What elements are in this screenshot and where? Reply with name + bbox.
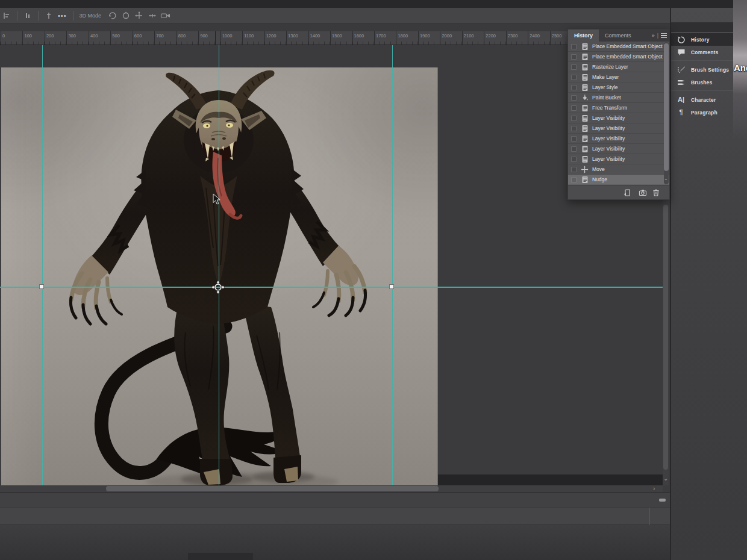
history-brush-checkbox[interactable]	[571, 116, 577, 121]
history-state-row[interactable]: Place Embedded Smart Object	[568, 42, 669, 52]
history-state-row[interactable]: Layer Visibility	[568, 123, 669, 134]
history-scroll-down-icon[interactable]: ⌄	[664, 176, 668, 181]
history-brush-checkbox[interactable]	[571, 157, 577, 162]
history-brush-checkbox[interactable]	[571, 64, 577, 70]
history-panel-tabbar: History Comments » |	[568, 30, 669, 42]
align-left-icon[interactable]	[1, 10, 12, 21]
panel-menu-icon[interactable]	[661, 33, 667, 39]
history-brush-checkbox[interactable]	[571, 105, 577, 111]
video-overlay: And	[733, 0, 747, 138]
orbit-3d-icon[interactable]	[107, 10, 118, 21]
history-brush-checkbox[interactable]	[571, 85, 577, 90]
app-bottom-area	[0, 525, 670, 560]
history-state-label: Layer Visibility	[592, 135, 625, 142]
history-brush-checkbox[interactable]	[571, 54, 577, 60]
history-scrollbar-thumb[interactable]	[664, 43, 669, 171]
horizontal-scrollbar-thumb[interactable]	[106, 486, 439, 491]
history-state-row[interactable]: Make Layer	[568, 72, 669, 82]
history-brush-checkbox[interactable]	[571, 75, 577, 80]
history-state-row[interactable]: Nudge	[568, 175, 669, 185]
history-state-row[interactable]: Layer Visibility	[568, 144, 669, 154]
vertical-guide-right[interactable]	[392, 45, 393, 485]
history-state-label: Layer Visibility	[592, 146, 625, 152]
new-snapshot-camera-icon[interactable]	[639, 188, 647, 197]
options-bar: ••• 3D Mode	[0, 8, 747, 24]
history-state-row[interactable]: Free Transform	[568, 103, 669, 113]
history-state-icon	[581, 63, 589, 71]
history-state-label: Layer Visibility	[592, 156, 625, 162]
history-state-row[interactable]: Paint Bucket	[568, 93, 669, 103]
document-photo[interactable]	[1, 67, 438, 485]
history-state-row[interactable]: Rasterize Layer	[568, 62, 669, 72]
guide-handle-left[interactable]	[39, 284, 44, 289]
paragraph-icon: ¶	[677, 108, 686, 117]
document-edge-strip	[438, 474, 663, 485]
history-state-icon	[581, 114, 589, 122]
separator	[38, 11, 39, 20]
vertical-guide-center[interactable]	[219, 45, 220, 485]
new-document-from-state-icon[interactable]	[623, 188, 631, 197]
slide-3d-icon[interactable]	[147, 10, 158, 21]
history-state-icon	[581, 53, 589, 61]
reference-point-icon[interactable]	[211, 280, 225, 294]
more-options-icon[interactable]: •••	[58, 12, 67, 19]
collapse-panel-icon[interactable]: »	[652, 33, 655, 39]
horizontal-guide[interactable]	[0, 287, 663, 288]
dolly-camera-3d-icon[interactable]	[160, 10, 171, 21]
history-state-row[interactable]: Layer Visibility	[568, 134, 669, 144]
dock-item-label: Comments	[691, 49, 719, 55]
history-state-icon	[581, 125, 589, 132]
3d-mode-label: 3D Mode	[80, 13, 102, 19]
vertical-guide-left[interactable]	[42, 45, 43, 485]
history-state-label: Make Layer	[592, 74, 619, 80]
history-brush-checkbox[interactable]	[571, 44, 577, 49]
tab-history[interactable]: History	[568, 30, 599, 42]
history-state-row[interactable]: Layer Visibility	[568, 113, 669, 123]
krampus-creature-image	[1, 67, 438, 485]
delete-state-trash-icon[interactable]	[652, 188, 660, 197]
history-state-label: Paint Bucket	[592, 95, 621, 101]
history-state-icon	[581, 104, 589, 112]
history-state-row[interactable]: Place Embedded Smart Object	[568, 52, 669, 62]
roll-3d-icon[interactable]	[120, 10, 131, 21]
history-brush-checkbox[interactable]	[571, 177, 577, 182]
history-brush-checkbox[interactable]	[571, 146, 577, 152]
guide-handle-right[interactable]	[389, 284, 394, 289]
horizontal-scrollbar[interactable]: ›	[0, 485, 663, 492]
lower-chrome-band	[0, 507, 670, 525]
mouse-cursor-icon	[213, 193, 221, 205]
tab-comments[interactable]: Comments	[599, 30, 637, 42]
history-brush-checkbox[interactable]	[571, 136, 577, 142]
history-state-icon	[581, 176, 589, 184]
history-state-label: Layer Visibility	[592, 125, 625, 131]
history-brush-checkbox[interactable]	[571, 95, 577, 101]
titlebar-strip	[0, 0, 747, 8]
align-center-icon[interactable]	[43, 10, 54, 21]
status-pill-icon[interactable]	[659, 499, 666, 502]
scroll-down-icon[interactable]: ⌄	[663, 475, 668, 482]
history-state-icon	[581, 84, 589, 92]
history-state-icon	[581, 43, 589, 51]
separator: |	[657, 33, 658, 39]
dock-item-label: Paragraph	[691, 110, 717, 116]
history-state-label: Place Embedded Smart Object	[592, 43, 663, 49]
history-scrollbar[interactable]: ⌄	[664, 42, 669, 184]
history-state-label: Layer Visibility	[592, 115, 625, 121]
brush-settings-icon	[677, 65, 686, 74]
vertical-scrollbar-thumb[interactable]	[663, 205, 668, 470]
bottom-dark-rect	[188, 553, 253, 560]
scroll-right-icon[interactable]: ›	[653, 485, 655, 492]
dock-item-label: Character	[691, 97, 716, 103]
history-state-label: Place Embedded Smart Object	[592, 54, 663, 60]
paint-bucket-icon	[581, 94, 589, 102]
history-state-row[interactable]: Move	[568, 164, 669, 175]
history-brush-checkbox[interactable]	[571, 126, 577, 131]
separator	[73, 11, 73, 20]
dock-item-label: Brushes	[691, 79, 712, 86]
history-state-row[interactable]: Layer Visibility	[568, 154, 669, 164]
distribute-bars-icon[interactable]	[22, 10, 33, 21]
history-icon	[677, 35, 686, 44]
history-brush-checkbox[interactable]	[571, 167, 577, 172]
history-state-row[interactable]: Layer Style	[568, 82, 669, 93]
drag-3d-icon[interactable]	[134, 10, 145, 21]
